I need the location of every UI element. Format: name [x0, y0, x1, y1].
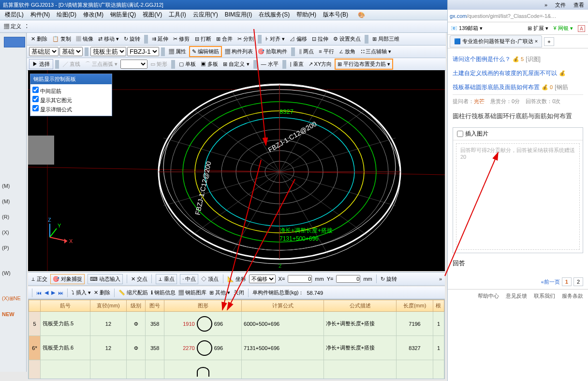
menu-modify[interactable]: 修改(M) [80, 10, 106, 20]
col-len[interactable]: 长度(mm) [397, 300, 433, 312]
opt-mid-layer[interactable]: 中间层筋 [32, 86, 110, 95]
cell-shape[interactable] [164, 360, 242, 380]
split-button[interactable]: ✂ 分割 [235, 34, 256, 44]
line-button[interactable]: ╱ 直线 [61, 60, 82, 69]
cell-pic[interactable]: 358 [146, 336, 164, 360]
align-button[interactable]: ⊦ 对齐 ▾ [264, 34, 287, 44]
coord-label[interactable]: 📐 坐标 [227, 275, 246, 283]
answer-textarea[interactable]: 回答即可得2分贡献分，回答被采纳获得系统赠送20 [456, 143, 580, 250]
nav-last[interactable]: ⏭ [58, 290, 63, 296]
terms-link[interactable]: 服务条款 [562, 292, 583, 300]
delete-button[interactable]: ✕ 删除 [29, 34, 49, 44]
cell-cnt[interactable]: 1 [433, 336, 444, 360]
ext-button[interactable]: ⊞ 扩展 ▾ [528, 25, 548, 32]
other-button[interactable]: ⊞ 其他 ▾ [209, 289, 230, 296]
move-button[interactable]: ⇄ 移动 ▾ [96, 34, 121, 44]
col-formula[interactable]: 计算公式 [242, 300, 324, 312]
a-button[interactable]: A [578, 25, 585, 32]
cell-level[interactable]: Φ [127, 336, 146, 360]
expand-icon[interactable]: » [439, 276, 442, 282]
help-link[interactable]: 帮助中心 [478, 292, 499, 300]
extend-button[interactable]: ⇉ 延伸 [150, 34, 170, 44]
menu-online[interactable]: 在线服务(S) [256, 10, 293, 20]
osnap-toggle[interactable]: 🎯 对象捕捉 [50, 274, 85, 284]
x-input[interactable] [288, 275, 312, 283]
menu-cloud[interactable]: 云应用(Y) [190, 10, 221, 20]
draw-combo[interactable] [120, 60, 147, 69]
opt-show-formula[interactable]: 显示详细公式 [32, 105, 110, 114]
cell-shape[interactable]: 1910696 [164, 312, 242, 336]
page-tab[interactable]: 🟦 专业造价问题答疑平台-广联达 × [450, 35, 542, 47]
cell-len[interactable]: 8327 [397, 336, 433, 360]
horizontal-button[interactable]: — 水平 [259, 60, 280, 69]
offset-combo[interactable]: 不偏移 [249, 274, 276, 283]
pick-member-button[interactable]: 🎯 拾取构件 [256, 47, 289, 56]
menu-help[interactable]: 帮助(H) [294, 10, 319, 20]
cell-cnt[interactable]: 1 [433, 312, 444, 336]
rect-button[interactable]: ▭ 矩形 [148, 60, 169, 69]
menu-draw[interactable]: 绘图(D) [54, 10, 79, 20]
tab[interactable]: » [541, 0, 551, 9]
bookmark-139[interactable]: 📧 139邮箱 ▾ [451, 25, 483, 32]
define-button[interactable]: ▦ 定义 [2, 22, 23, 31]
rebar-display-panel[interactable]: 钢筋显示控制面板 中间层筋 显示其它图元 显示详细公式 [30, 74, 112, 116]
table-row[interactable]: 5 筏板受力筋.5 12 Φ 358 1910696 6000+500+696 … [29, 312, 444, 336]
parallel-button[interactable]: ≡ 平行 [317, 47, 336, 56]
local-3d-button[interactable]: ⊞ 局部三维 [370, 34, 401, 44]
rotate-button[interactable]: ↻ 旋转 [122, 34, 142, 44]
break-button[interactable]: ⊟ 打断 [193, 34, 213, 44]
insert-image-box[interactable]: 插入图片 回答即可得2分贡献分，回答被采纳获得系统赠送20 [453, 127, 583, 253]
col-shape[interactable]: 图形 [164, 300, 242, 312]
new-tab-button[interactable]: + [544, 37, 554, 46]
cell-dia[interactable]: 12 [90, 312, 127, 336]
related-link[interactable]: 筏板基础圆形底筋及面筋如何布置💰 0[钢筋 [453, 80, 583, 94]
grip-button[interactable]: ⚙ 设置夹点 [331, 34, 363, 44]
col-pic[interactable]: 图号 [146, 300, 164, 312]
intersect-snap[interactable]: ✕ 交点 [131, 275, 147, 283]
menu-member[interactable]: 构件(N) [28, 10, 53, 20]
cell-formula[interactable]: 6000+500+696 [242, 312, 324, 336]
trim-button[interactable]: ✂ 修剪 [171, 34, 191, 44]
cell-name[interactable]: 筏板受力筋.5 [41, 312, 90, 336]
copy-button[interactable]: 📋 复制 [50, 34, 73, 44]
panel-title[interactable]: 钢筋显示控制面板 [30, 74, 112, 84]
bank-button[interactable]: ¥ 网银 ▾ [553, 25, 573, 32]
layer-combo[interactable]: 基础层 [29, 47, 59, 56]
cell-level[interactable]: Φ [127, 312, 146, 336]
edit-rebar-button[interactable]: ✎ 编辑钢筋 [189, 46, 222, 57]
parallel-edge-rebar-button[interactable]: ⊞ 平行边布置受力筋 ▾ [335, 59, 393, 70]
related-link[interactable]: 土建自定义线画的有坡度的瓦屋面不可以💰 [453, 66, 583, 80]
cell-formula[interactable]: 7131+500+696 [242, 336, 324, 360]
menu-tool[interactable]: 工具(I) [166, 10, 189, 20]
table-row[interactable]: 6* 筏板受力筋.6 12 Φ 358 2270696 7131+500+696… [29, 336, 444, 360]
contact-link[interactable]: 联系我们 [534, 292, 555, 300]
menu-bim[interactable]: BIM应用(I) [222, 10, 255, 20]
insert-button[interactable]: ⤵ 插入 ▾ [72, 289, 91, 296]
col-cnt[interactable]: 根 [433, 300, 444, 312]
perp-snap[interactable]: ⊥ 垂点 [156, 274, 177, 284]
scale-rebar-button[interactable]: 📏 缩尺配筋 [118, 289, 148, 296]
rotate-toggle[interactable]: ↻ 旋转 [381, 275, 397, 283]
related-link[interactable]: 请问这个图例是什么？💰 5[识图] [453, 52, 583, 66]
property-button[interactable]: ▦ 属性 [167, 47, 188, 56]
page-2[interactable]: 2 [573, 277, 583, 286]
vertex-snap[interactable]: ◇ 顶点 [201, 275, 219, 283]
two-point-button[interactable]: ‖ 两点 [297, 47, 316, 56]
close-page-icon[interactable]: ✕ [0, 37, 2, 52]
delete-button[interactable]: ✕ 删除 [94, 289, 110, 296]
cell-desc[interactable]: 净长+调整长度+搭接 [324, 336, 397, 360]
nav-next[interactable]: ▶ [51, 290, 55, 296]
left-tab-icon[interactable] [4, 37, 25, 47]
cell-name[interactable]: 筏板受力筋.6 [41, 336, 90, 360]
code-combo[interactable]: FBZJ-1 [127, 47, 159, 56]
stretch-button[interactable]: ⊡ 拉伸 [310, 34, 330, 44]
col-level[interactable]: 级别 [127, 300, 146, 312]
menu-version[interactable]: 版本号(B) [320, 10, 351, 20]
nav-first[interactable]: ⏮ [36, 290, 42, 296]
col-desc[interactable]: 公式描述 [324, 300, 397, 312]
member-list-button[interactable]: ▦ 构件列表 [223, 47, 255, 56]
xy-dir-button[interactable]: ↗ XY方向 [307, 60, 334, 69]
cell-desc[interactable]: 净长+调整长度+搭接 [324, 312, 397, 336]
select-button[interactable]: ▶ 选择 [29, 59, 53, 69]
feedback-link[interactable]: 意见反馈 [506, 292, 527, 300]
